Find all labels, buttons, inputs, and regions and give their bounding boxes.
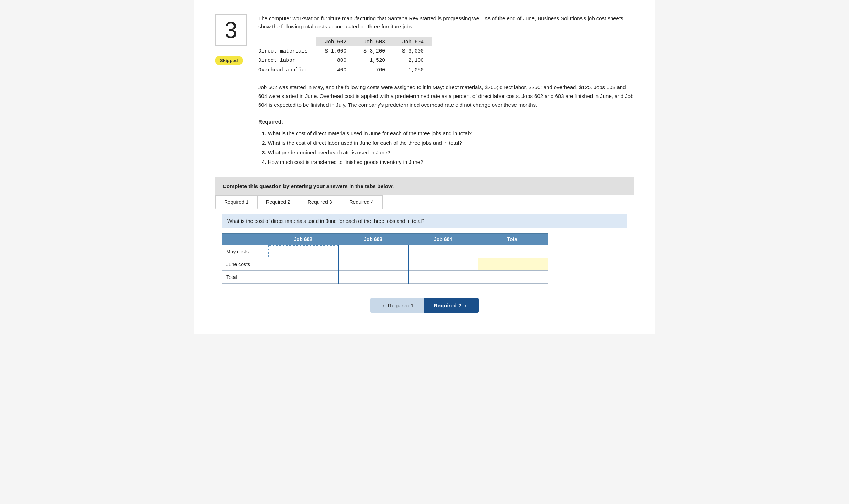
answer-cell[interactable]: [478, 245, 548, 258]
tabs-row: Required 1Required 2Required 3Required 4: [215, 195, 634, 209]
answer-col-label: [222, 233, 268, 245]
answer-input[interactable]: [339, 258, 408, 270]
answer-col-total: Total: [478, 233, 548, 245]
required-list-item: 3. What predetermined overhead rate is u…: [262, 148, 634, 157]
row-label: May costs: [222, 245, 268, 258]
answer-cell[interactable]: [478, 271, 548, 284]
next-arrow-icon: ›: [465, 302, 467, 308]
tab-content: What is the cost of direct materials use…: [215, 209, 634, 291]
answer-input[interactable]: [409, 271, 478, 283]
row-label: June costs: [222, 258, 268, 271]
table-row: May costs: [222, 245, 548, 258]
answer-table: Job 602Job 603Job 604TotalMay costsJune …: [222, 233, 548, 284]
answer-cell[interactable]: [268, 271, 338, 284]
answer-cell[interactable]: [478, 258, 548, 271]
next-button-label: Required 2: [434, 302, 461, 308]
prev-arrow-icon: ‹: [382, 302, 384, 308]
problem-body-text: Job 602 was started in May, and the foll…: [258, 83, 634, 109]
answer-cell[interactable]: [408, 258, 478, 271]
answer-cell[interactable]: [268, 258, 338, 271]
required-list-item: 4. How much cost is transferred to finis…: [262, 157, 634, 167]
tab-req2[interactable]: Required 2: [258, 195, 299, 209]
cost-data-table: Job 602 Job 603 Job 604 Direct materials…: [258, 37, 634, 75]
answer-input[interactable]: [339, 245, 408, 258]
problem-number: 3: [215, 14, 247, 46]
answer-col-job603: Job 603: [338, 233, 408, 245]
skipped-badge: Skipped: [215, 56, 243, 65]
answer-input[interactable]: [268, 258, 338, 271]
answer-col-job602: Job 602: [268, 233, 338, 245]
answer-input[interactable]: [339, 271, 408, 283]
answer-input[interactable]: [269, 246, 338, 258]
answer-col-job604: Job 604: [408, 233, 478, 245]
answer-input[interactable]: [409, 245, 478, 258]
answer-cell[interactable]: [338, 245, 408, 258]
tab-question-text: What is the cost of direct materials use…: [222, 214, 627, 228]
table-row: June costs: [222, 258, 548, 271]
required-heading: Required:: [258, 117, 634, 126]
problem-description: The computer workstation furniture manuf…: [258, 14, 634, 167]
col-header-602: Job 602: [316, 37, 355, 46]
col-header-604: Job 604: [394, 37, 432, 46]
answer-cell[interactable]: [268, 245, 338, 258]
tab-req1[interactable]: Required 1: [215, 195, 258, 209]
next-button[interactable]: Required 2 ›: [424, 298, 479, 313]
required-list-item: 2. What is the cost of direct labor used…: [262, 138, 634, 148]
tab-req4[interactable]: Required 4: [341, 195, 383, 209]
bottom-navigation: ‹ Required 1 Required 2 ›: [215, 298, 634, 313]
prev-button[interactable]: ‹ Required 1: [370, 298, 424, 313]
answer-input[interactable]: [268, 271, 338, 283]
required-list: 1. What is the cost of direct materials …: [258, 128, 634, 167]
required-list-item: 1. What is the cost of direct materials …: [262, 128, 634, 138]
answer-input[interactable]: [409, 258, 478, 270]
answer-cell[interactable]: [338, 271, 408, 284]
answer-input[interactable]: [478, 271, 548, 283]
tabs-section: Required 1Required 2Required 3Required 4…: [215, 195, 634, 291]
row-label: Total: [222, 271, 268, 284]
answer-input[interactable]: [478, 245, 548, 258]
answer-cell[interactable]: [408, 245, 478, 258]
col-header-603: Job 603: [355, 37, 394, 46]
prev-button-label: Required 1: [388, 302, 414, 308]
answer-input[interactable]: [478, 258, 548, 270]
answer-cell[interactable]: [338, 258, 408, 271]
answer-cell[interactable]: [408, 271, 478, 284]
tab-req3[interactable]: Required 3: [299, 195, 341, 209]
table-row: Total: [222, 271, 548, 284]
complete-banner: Complete this question by entering your …: [215, 177, 634, 195]
